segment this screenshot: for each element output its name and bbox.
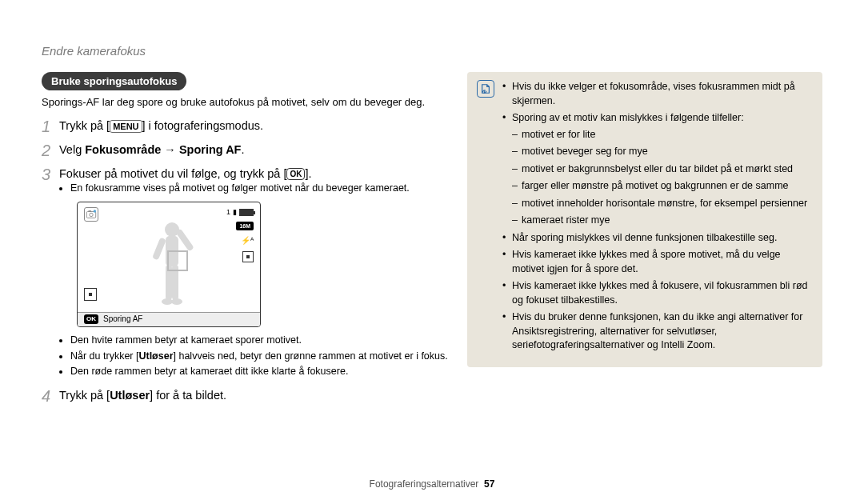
focus-frame <box>167 250 188 271</box>
lcd-size-label: 16M <box>236 222 254 230</box>
info-item: Hvis du ikke velger et fokusområde, vise… <box>502 80 813 108</box>
info-subitem: farger eller mønstre på motivet og bakgr… <box>512 179 813 194</box>
info-item: Hvis du bruker denne funksjonen, kan du … <box>502 310 813 353</box>
step-text: Velg <box>59 143 85 156</box>
ok-button-dark-icon: OK <box>84 314 98 324</box>
lcd-batt-count: 1 <box>226 207 230 218</box>
steps-list: 1 Trykk på [MENU] i fotograferingsmodus.… <box>42 118 450 406</box>
info-subitem: motivet er bakgrunnsbelyst eller du tar … <box>512 162 813 177</box>
step-number: 4 <box>42 387 59 405</box>
step-body: Velg Fokusområde → Sporing AF. <box>59 142 450 158</box>
step-number: 1 <box>42 118 59 135</box>
left-column: Bruke sporingsautofokus Sporings-AF lar … <box>42 72 450 472</box>
svg-point-11 <box>171 298 182 305</box>
step-body: Trykk på [MENU] i fotograferingsmodus. <box>59 118 450 134</box>
step-body: Fokuser på motivet du vil følge, og tryk… <box>59 166 450 382</box>
info-subitem: motivet er for lite <box>512 128 813 142</box>
step-sub-list: En fokusramme vises på motivet og følger… <box>59 182 450 195</box>
step-text: ] for å ta bildet. <box>150 389 226 402</box>
step-number: 3 <box>42 166 59 183</box>
breadcrumb: Endre kamerafokus <box>42 44 146 58</box>
svg-rect-6 <box>152 237 166 260</box>
svg-point-4 <box>165 222 179 237</box>
footer-page-number: 57 <box>484 478 494 490</box>
step-number: 2 <box>42 142 59 159</box>
step-text: . <box>241 143 244 156</box>
step-sub-item: Når du trykker [Utløser] halvveis ned, b… <box>70 350 450 363</box>
menu-button-icon: MENU <box>110 120 142 133</box>
svg-point-1 <box>90 213 93 216</box>
step-text: Fokuser på motivet du vil følge, og tryk… <box>59 167 286 180</box>
info-subitem: motivet beveger seg for mye <box>512 145 813 159</box>
step-text: Trykk på [ <box>59 389 110 402</box>
step-sub-item: Den røde rammen betyr at kameraet ditt i… <box>70 365 450 378</box>
svg-point-3 <box>94 210 97 213</box>
info-item: Hvis kameraet ikke lykkes med å spore mo… <box>502 248 813 276</box>
step-sub-list: Den hvite rammen betyr at kameraet spore… <box>59 334 450 379</box>
ok-button-icon: OK <box>286 168 305 180</box>
page-content: Bruke sporingsautofokus Sporings-AF lar … <box>42 72 822 472</box>
step-body: Trykk på [Utløser] for å ta bildet. <box>59 387 450 403</box>
info-subitem: motivet inneholder horisontale mønstre, … <box>512 197 813 211</box>
lcd-illustration: 1 ▮ 16M ⚡ᴬ <box>77 202 450 327</box>
section-heading-pill: Bruke sporingsautofokus <box>42 72 186 90</box>
step-sub-item: En fokusramme vises på motivet og følger… <box>70 182 450 195</box>
lcd-bottom-label: Sporing AF <box>103 314 142 325</box>
lcd-bottom-bar: OK Sporing AF <box>78 312 260 326</box>
af-point-icon <box>84 288 97 301</box>
svg-point-10 <box>162 298 173 305</box>
info-list: Hvis du ikke velger et fokusområde, vise… <box>502 80 813 356</box>
focus-mode-icon <box>242 251 254 262</box>
step-text: ] i fotograferingsmodus. <box>142 119 264 132</box>
step-text: ]. <box>305 167 311 180</box>
battery-icon <box>239 209 254 216</box>
flash-icon: ⚡ᴬ <box>241 235 254 246</box>
info-item: Når sporing mislykkes vil denne funksjon… <box>502 231 813 246</box>
note-icon <box>477 80 494 98</box>
step-text: Trykk på [ <box>59 119 110 132</box>
step-bold: Utløser <box>110 389 150 402</box>
info-sublist: motivet er for lite motivet beveger seg … <box>512 128 813 228</box>
step-bold: Fokusområde → Sporing AF <box>85 143 241 156</box>
info-note-box: Hvis du ikke velger et fokusområde, vise… <box>467 72 822 367</box>
step-sub-item: Den hvite rammen betyr at kameraet spore… <box>70 334 450 347</box>
info-item: Hvis kameraet ikke lykkes med å fokusere… <box>502 279 813 307</box>
info-item: Sporing av et motiv kan mislykkes i følg… <box>502 111 813 228</box>
right-column: Hvis du ikke velger et fokusområde, vise… <box>467 72 822 472</box>
info-subitem: kameraet rister mye <box>512 214 813 228</box>
intro-text: Sporings-AF lar deg spore og bruke autof… <box>42 95 450 110</box>
page-footer: Fotograferingsalternativer 57 <box>0 478 864 490</box>
mode-icon <box>84 207 98 222</box>
svg-rect-2 <box>89 210 92 212</box>
footer-section: Fotograferingsalternativer <box>370 478 479 490</box>
